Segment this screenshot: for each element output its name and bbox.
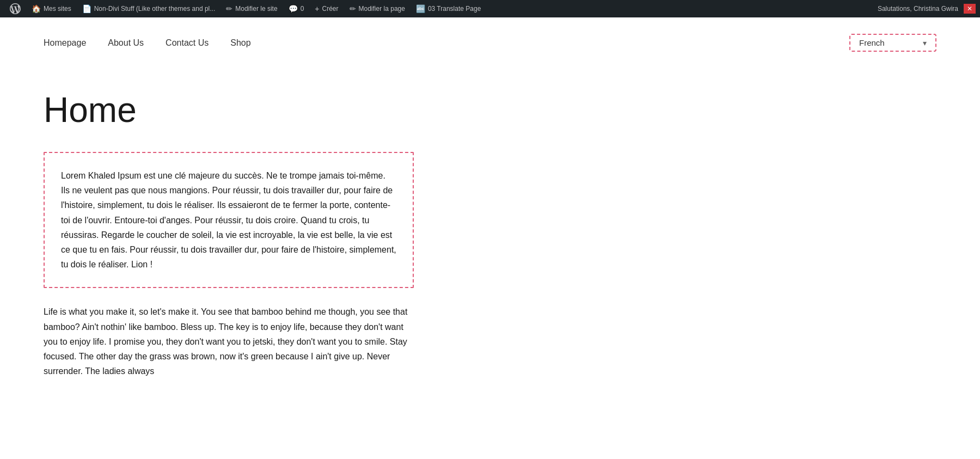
creer-label: Créer xyxy=(322,5,339,13)
admin-bar: 🏠 Mes sites 📄 Non-Divi Stuff (Like other… xyxy=(0,0,980,17)
translate-page-label: 03 Translate Page xyxy=(428,5,481,13)
main-content: Home Lorem Khaled Ipsum est une clé maje… xyxy=(0,68,653,422)
chevron-down-icon: ▾ xyxy=(923,39,927,47)
site-nav: Homepage About Us Contact Us Shop French… xyxy=(0,17,980,68)
translate-icon: 🔤 xyxy=(416,4,425,13)
nav-about-us[interactable]: About Us xyxy=(108,38,144,48)
modifier-site-button[interactable]: ✏ Modifier le site xyxy=(220,0,283,17)
page-title: Home xyxy=(44,90,610,130)
comment-icon: 💬 xyxy=(289,4,298,13)
mes-sites-label: Mes sites xyxy=(44,5,71,13)
mes-sites-button[interactable]: 🏠 Mes sites xyxy=(26,0,77,17)
nav-shop[interactable]: Shop xyxy=(230,38,250,48)
language-selector[interactable]: French ▾ xyxy=(849,34,936,52)
modifier-page-label: Modifier la page xyxy=(359,5,405,13)
translate-page-button[interactable]: 🔤 03 Translate Page xyxy=(411,0,486,17)
non-divi-button[interactable]: 📄 Non-Divi Stuff (Like other themes and … xyxy=(77,0,221,17)
edit-page-icon: ✏ xyxy=(350,4,356,13)
regular-text-block: Life is what you make it, so let's make … xyxy=(44,304,414,378)
home-icon: 🏠 xyxy=(32,4,41,13)
plus-icon: + xyxy=(315,4,319,13)
page-wrapper: Homepage About Us Contact Us Shop French… xyxy=(0,17,980,459)
creer-button[interactable]: + Créer xyxy=(309,0,344,17)
translated-paragraph: Lorem Khaled Ipsum est une clé majeure d… xyxy=(61,168,396,272)
nav-homepage[interactable]: Homepage xyxy=(44,38,86,48)
language-selected-value: French xyxy=(859,38,885,47)
non-divi-label: Non-Divi Stuff (Like other themes and pl… xyxy=(94,5,216,13)
nav-links: Homepage About Us Contact Us Shop xyxy=(44,38,251,48)
regular-paragraph: Life is what you make it, so let's make … xyxy=(44,304,414,378)
page-icon: 📄 xyxy=(82,4,91,13)
nav-contact-us[interactable]: Contact Us xyxy=(166,38,209,48)
greeting-text: Salutations, Christina Gwira xyxy=(872,5,964,13)
comments-count: 0 xyxy=(301,5,304,13)
modifier-page-button[interactable]: ✏ Modifier la page xyxy=(344,0,411,17)
wp-logo-button[interactable] xyxy=(4,0,26,17)
translated-text-block: Lorem Khaled Ipsum est une clé majeure d… xyxy=(44,152,414,288)
admin-bar-right: Salutations, Christina Gwira ✕ xyxy=(872,4,976,14)
modifier-site-label: Modifier le site xyxy=(235,5,277,13)
edit-site-icon: ✏ xyxy=(226,4,232,13)
comments-button[interactable]: 💬 0 xyxy=(283,0,310,17)
close-button[interactable]: ✕ xyxy=(964,4,976,14)
